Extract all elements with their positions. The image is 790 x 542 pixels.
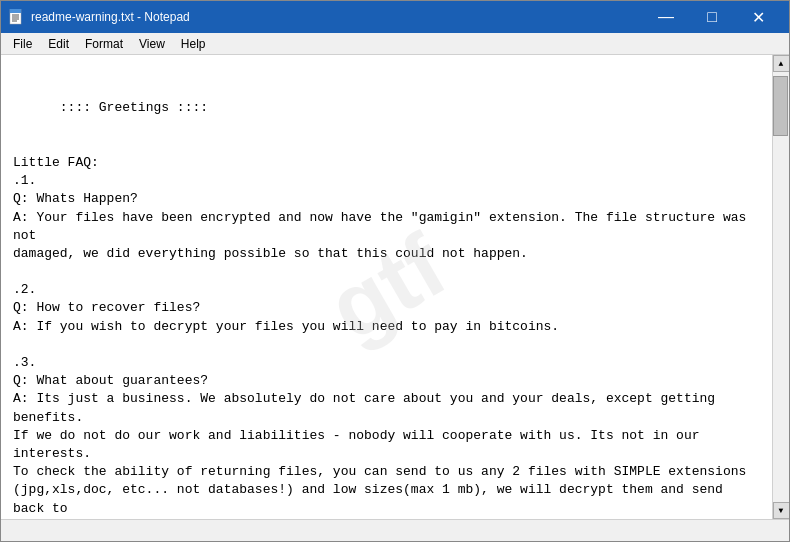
- maximize-button[interactable]: □: [689, 1, 735, 33]
- scroll-track[interactable]: [773, 72, 789, 502]
- menu-edit[interactable]: Edit: [40, 35, 77, 53]
- menu-format[interactable]: Format: [77, 35, 131, 53]
- scroll-down-button[interactable]: ▼: [773, 502, 790, 519]
- window-title: readme-warning.txt - Notepad: [31, 10, 643, 24]
- menu-help[interactable]: Help: [173, 35, 214, 53]
- status-bar: [1, 519, 789, 541]
- document-text: :::: Greetings :::: Little FAQ: .1. Q: W…: [13, 100, 754, 519]
- menu-view[interactable]: View: [131, 35, 173, 53]
- minimize-button[interactable]: —: [643, 1, 689, 33]
- scroll-up-button[interactable]: ▲: [773, 55, 790, 72]
- content-area: gtf :::: Greetings :::: Little FAQ: .1. …: [1, 55, 789, 519]
- scroll-thumb[interactable]: [773, 76, 788, 136]
- watermark: gtf: [305, 204, 468, 371]
- text-editor[interactable]: gtf :::: Greetings :::: Little FAQ: .1. …: [1, 55, 772, 519]
- menu-bar: File Edit Format View Help: [1, 33, 789, 55]
- close-button[interactable]: ✕: [735, 1, 781, 33]
- title-bar: readme-warning.txt - Notepad — □ ✕: [1, 1, 789, 33]
- notepad-window: readme-warning.txt - Notepad — □ ✕ File …: [0, 0, 790, 542]
- vertical-scrollbar: ▲ ▼: [772, 55, 789, 519]
- app-icon: [9, 9, 25, 25]
- menu-file[interactable]: File: [5, 35, 40, 53]
- window-controls: — □ ✕: [643, 1, 781, 33]
- svg-rect-1: [10, 9, 21, 13]
